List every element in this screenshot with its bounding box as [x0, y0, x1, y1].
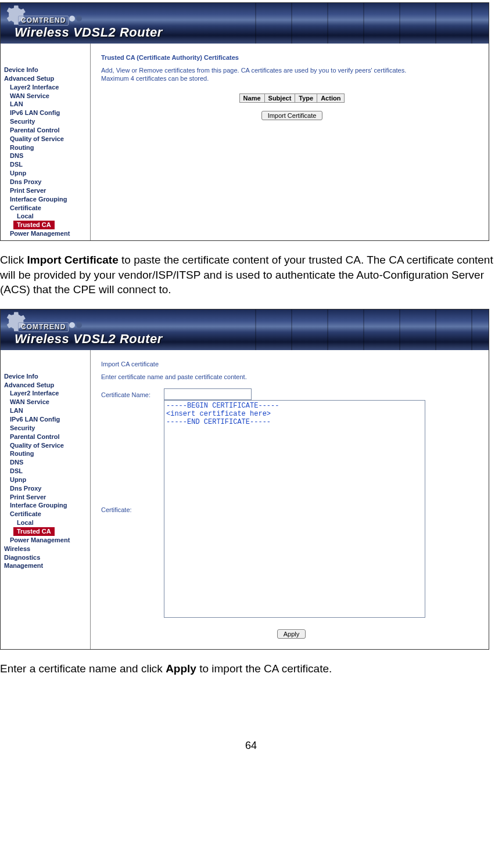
- sidebar-item[interactable]: Trusted CA: [13, 221, 55, 229]
- sidebar-item[interactable]: Security: [4, 424, 90, 433]
- brand-label: COMTREND: [18, 322, 69, 332]
- status-dots: [69, 16, 82, 21]
- sidebar-item[interactable]: WAN Service: [4, 92, 90, 100]
- sidebar-item[interactable]: DSL: [4, 467, 90, 476]
- sidebar-item[interactable]: Layer2 Interface: [4, 389, 90, 398]
- sidebar-item[interactable]: Print Server: [4, 493, 90, 502]
- content-trusted-ca-list: Trusted CA (Certificate Authority) Certi…: [91, 44, 489, 240]
- sidebar-item[interactable]: Upnp: [4, 476, 90, 484]
- sidebar-item[interactable]: LAN: [4, 100, 90, 109]
- sidebar-item[interactable]: IPv6 LAN Config: [4, 415, 90, 424]
- sidebar-item[interactable]: Quality of Service: [4, 441, 90, 450]
- sidebar-item[interactable]: Power Management: [4, 229, 90, 238]
- page-desc-2: Maximum 4 certificates can be stored.: [101, 75, 483, 82]
- sidebar-item[interactable]: IPv6 LAN Config: [4, 109, 90, 117]
- sidebar-item[interactable]: Management: [4, 561, 90, 570]
- sidebar-item[interactable]: Device Info: [4, 372, 90, 381]
- cert-name-input[interactable]: [164, 388, 252, 400]
- nav-sidebar: Device InfoAdvanced SetupLayer2 Interfac…: [1, 350, 91, 649]
- banner-decor-bars: [220, 3, 489, 44]
- doc-paragraph-1: Click Import Certificate to paste the ce…: [0, 253, 502, 297]
- page-desc: Enter certificate name and paste certifi…: [101, 373, 482, 380]
- router-screenshot-1: COMTREND Wireless VDSL2 Router Device In…: [0, 2, 489, 241]
- product-title: Wireless VDSL2 Router: [15, 25, 163, 40]
- content-import-ca: Import CA certificate Enter certificate …: [91, 350, 489, 649]
- sidebar-item[interactable]: DNS: [4, 152, 90, 160]
- sidebar-item[interactable]: Parental Control: [4, 126, 90, 135]
- sidebar-item[interactable]: Dns Proxy: [4, 178, 90, 186]
- sidebar-item[interactable]: Routing: [4, 449, 90, 458]
- brand-label: COMTREND: [18, 16, 69, 26]
- sidebar-item[interactable]: Routing: [4, 143, 90, 152]
- page-title: Trusted CA (Certificate Authority) Certi…: [101, 54, 483, 61]
- sidebar-item[interactable]: DNS: [4, 458, 90, 467]
- sidebar-item[interactable]: LAN: [4, 406, 90, 415]
- sidebar-item[interactable]: DSL: [4, 160, 90, 169]
- router-screenshot-2: COMTREND Wireless VDSL2 Router Device In…: [0, 309, 489, 650]
- sidebar-item[interactable]: Trusted CA: [13, 527, 55, 536]
- cert-name-label: Certificate Name:: [101, 390, 159, 398]
- sidebar-item[interactable]: Advanced Setup: [4, 74, 90, 83]
- doc-paragraph-2: Enter a certificate name and click Apply…: [0, 661, 502, 676]
- table-header: Subject: [264, 94, 295, 103]
- router-banner: COMTREND Wireless VDSL2 Router: [1, 3, 489, 44]
- sidebar-item[interactable]: Quality of Service: [4, 135, 90, 143]
- sidebar-item[interactable]: Security: [4, 117, 90, 126]
- router-banner: COMTREND Wireless VDSL2 Router: [1, 309, 489, 350]
- sidebar-item[interactable]: Certificate: [4, 510, 90, 518]
- status-dots: [69, 322, 82, 328]
- sidebar-item[interactable]: Device Info: [4, 66, 90, 74]
- page-number: 64: [0, 740, 502, 752]
- sidebar-item[interactable]: Local: [4, 212, 90, 221]
- sidebar-item[interactable]: Local: [4, 518, 90, 527]
- sidebar-item[interactable]: Interface Grouping: [4, 501, 90, 510]
- sidebar-item[interactable]: Upnp: [4, 169, 90, 178]
- cert-content-label: Certificate:: [101, 400, 159, 619]
- sidebar-item[interactable]: Parental Control: [4, 433, 90, 441]
- page-title: Import CA certificate: [101, 361, 482, 368]
- sidebar-item[interactable]: Certificate: [4, 204, 90, 213]
- sidebar-item[interactable]: WAN Service: [4, 398, 90, 406]
- page-desc-1: Add, View or Remove certificates from th…: [101, 67, 483, 74]
- sidebar-item[interactable]: Wireless: [4, 545, 90, 553]
- table-header: Name: [239, 94, 264, 103]
- sidebar-item[interactable]: Power Management: [4, 536, 90, 545]
- sidebar-item[interactable]: Diagnostics: [4, 553, 90, 562]
- apply-button[interactable]: Apply: [277, 629, 306, 639]
- sidebar-item[interactable]: Print Server: [4, 186, 90, 195]
- product-title: Wireless VDSL2 Router: [15, 332, 163, 347]
- import-certificate-button[interactable]: Import Certificate: [261, 111, 323, 120]
- cert-content-textarea[interactable]: [164, 400, 425, 618]
- sidebar-item[interactable]: Dns Proxy: [4, 484, 90, 493]
- table-header: Action: [317, 94, 345, 103]
- sidebar-item[interactable]: Interface Grouping: [4, 195, 90, 204]
- sidebar-item[interactable]: Advanced Setup: [4, 381, 90, 390]
- banner-decor-bars: [220, 309, 489, 350]
- sidebar-item[interactable]: Layer2 Interface: [4, 83, 90, 92]
- table-header: Type: [295, 94, 317, 103]
- certificates-table: NameSubjectTypeAction: [239, 93, 345, 103]
- nav-sidebar: Device InfoAdvanced SetupLayer2 Interfac…: [1, 44, 91, 240]
